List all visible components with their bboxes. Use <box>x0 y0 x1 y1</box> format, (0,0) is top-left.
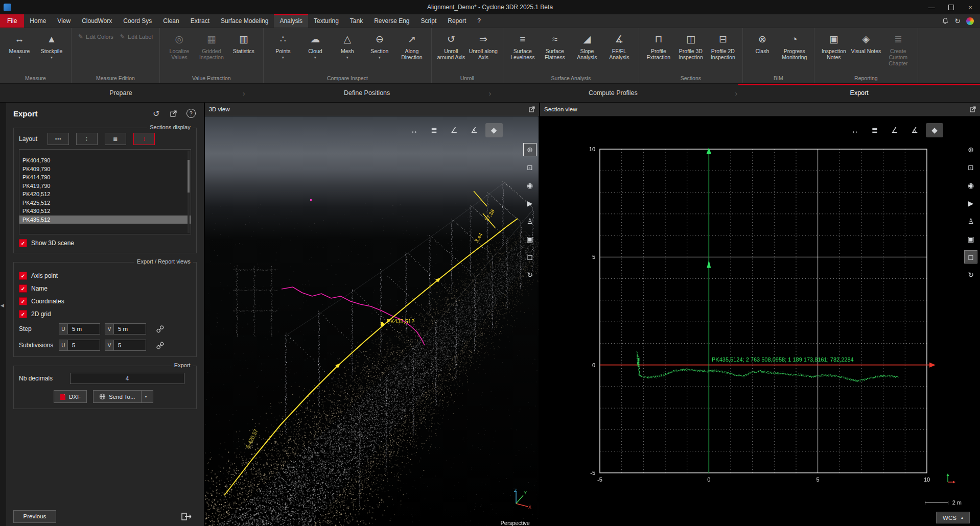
section-plot-canvas[interactable] <box>540 116 980 526</box>
cube-view-icon[interactable]: ▣ <box>523 232 536 246</box>
ribbon-inspection-notes-button[interactable]: ▣Inspection Notes <box>818 30 850 70</box>
menu-surface-modeling[interactable]: Surface Modeling <box>215 14 274 28</box>
step-u-field[interactable]: 5 m <box>67 323 100 334</box>
show-3d-scene-checkbox[interactable]: ✓Show 3D scene <box>19 239 191 247</box>
wcs-selector[interactable]: WCS ▴ <box>936 512 970 523</box>
ribbon-points-button[interactable]: ∴Points▾ <box>267 30 299 70</box>
popout-panel-button[interactable] <box>970 106 976 112</box>
pan-icon[interactable]: ⊕ <box>523 143 536 156</box>
ribbon-clash-button[interactable]: ⊗Clash <box>746 30 778 70</box>
menu-home[interactable]: Home <box>24 14 52 28</box>
section-list-item[interactable]: PK425,512 <box>19 199 191 207</box>
measure-slope-icon[interactable]: ∡ <box>906 123 923 137</box>
cube-view-icon[interactable]: ▣ <box>964 232 977 246</box>
reset-icon[interactable]: ↺ <box>151 108 162 119</box>
pan-icon[interactable]: ⊕ <box>964 143 977 156</box>
fly-icon[interactable]: ▶ <box>964 197 977 210</box>
section-list-item[interactable]: PK404,790 <box>19 156 191 165</box>
ribbon-edit-colors-button[interactable]: ✎Edit Colors <box>75 31 116 43</box>
ribbon-mesh-button[interactable]: △Mesh▾ <box>332 30 363 70</box>
workflow-step-compute-profiles[interactable]: Compute Profiles <box>493 84 734 102</box>
ribbon-cloud-button[interactable]: ☁Cloud▾ <box>299 30 331 70</box>
measure-angle-icon[interactable]: ∠ <box>886 123 903 137</box>
help-icon[interactable]: ? <box>185 108 197 119</box>
sync-icon[interactable]: ↻ <box>954 17 961 25</box>
minimize-button[interactable]: — <box>922 0 941 14</box>
menu-script[interactable]: Script <box>415 14 442 28</box>
point-cloud-canvas[interactable] <box>205 116 539 526</box>
measure-distance-icon[interactable]: ↔ <box>846 123 864 137</box>
label-tag-icon[interactable]: ◆ <box>485 123 503 137</box>
ribbon-profile-2d-inspection-button[interactable]: ⊟Profile 2D Inspection <box>707 30 739 70</box>
section-list-item[interactable]: PK414,790 <box>19 173 191 182</box>
measure-slope-icon[interactable]: ∡ <box>465 123 483 137</box>
link-uv-button[interactable] <box>155 340 166 351</box>
send-to-button[interactable]: Send To... ▾ <box>93 390 153 403</box>
section-list-item[interactable]: PK420,512 <box>19 190 191 199</box>
layout-dots-vertical-button[interactable]: ⋮ <box>76 133 98 145</box>
send-to-dropdown[interactable]: ▾ <box>141 391 147 402</box>
ribbon-progress-monitoring-button[interactable]: ◔Progress Monitoring <box>779 30 810 70</box>
checkbox-2d-grid[interactable]: ✓2D grid <box>19 310 191 318</box>
sections-list[interactable]: PK404,790PK409,790PK414,790PK419,790PK42… <box>19 149 191 234</box>
notifications-icon[interactable] <box>942 17 949 25</box>
app-icon[interactable] <box>4 4 11 11</box>
export-exit-button[interactable] <box>176 510 197 523</box>
ribbon-ff-fl-analysis-button[interactable]: ∡FF/FL Analysis <box>603 30 635 70</box>
orbit-icon[interactable]: ◉ <box>523 179 536 192</box>
zoom-target-icon[interactable]: ⊡ <box>964 161 977 174</box>
menu-coord-sys[interactable]: Coord Sys <box>118 14 157 28</box>
scrollbar-thumb[interactable] <box>188 160 190 193</box>
ribbon-unroll-around-axis-button[interactable]: ↺Unroll around Axis <box>435 30 467 70</box>
section-viewport[interactable]: ↔≣∠∡◆ ⊕⊡◉▶♙▣◻↻ PK435,5124; 2 763 508,095… <box>540 116 980 526</box>
layout-report-button[interactable]: ↕ <box>133 133 155 145</box>
measure-ruler-icon[interactable]: ≣ <box>426 123 443 137</box>
ribbon-along-direction-button[interactable]: ↗Along Direction <box>396 30 428 70</box>
measure-angle-icon[interactable]: ∠ <box>446 123 463 137</box>
fly-icon[interactable]: ▶ <box>523 197 536 210</box>
rotate-view-icon[interactable]: ↻ <box>523 268 536 281</box>
ribbon-section-button[interactable]: ⊖Section▾ <box>364 30 395 70</box>
measure-distance-icon[interactable]: ↔ <box>406 123 423 137</box>
checkbox-axis-point[interactable]: ✓Axis point <box>19 272 191 280</box>
previous-button[interactable]: Previous <box>13 510 56 523</box>
walk-icon[interactable]: ♙ <box>964 214 977 228</box>
ribbon-visual-notes-button[interactable]: ◈Visual Notes <box>850 30 882 70</box>
zoom-target-icon[interactable]: ⊡ <box>523 161 536 174</box>
subdiv-u-field[interactable]: 5 <box>67 340 100 351</box>
section-list-item[interactable]: PK430,512 <box>19 207 191 216</box>
menu-cloudworx[interactable]: CloudWorx <box>76 14 118 28</box>
menu-texturing[interactable]: Texturing <box>308 14 344 28</box>
workflow-step-export[interactable]: Export <box>738 84 980 102</box>
walk-icon[interactable]: ♙ <box>523 214 536 228</box>
ribbon-slope-analysis-button[interactable]: ◢Slope Analysis <box>571 30 603 70</box>
menu-file[interactable]: File <box>0 14 24 28</box>
layout-grid-button[interactable]: ▦ <box>105 133 126 145</box>
section-list-item[interactable]: PK409,790 <box>19 165 191 174</box>
ribbon-stockpile-button[interactable]: ▲Stockpile▾ <box>36 30 67 70</box>
step-v-field[interactable]: 5 m <box>113 323 146 334</box>
projection-mode-label[interactable]: Perspective <box>501 520 530 526</box>
popout-panel-button[interactable] <box>529 106 535 112</box>
checkbox-name[interactable]: ✓Name <box>19 284 191 293</box>
workflow-step-prepare[interactable]: Prepare <box>0 84 242 102</box>
menu-extract[interactable]: Extract <box>185 14 215 28</box>
checkbox-coordinates[interactable]: ✓Coordinates <box>19 297 191 305</box>
ribbon-measure-button[interactable]: ↔Measure▾ <box>4 30 35 70</box>
menu-view[interactable]: View <box>52 14 76 28</box>
ribbon-statistics-button[interactable]: ▥Statistics <box>228 30 260 70</box>
ribbon-surface-flatness-button[interactable]: ≈Surface Flatness <box>539 30 571 70</box>
menu-clean[interactable]: Clean <box>157 14 184 28</box>
workflow-step-define-positions[interactable]: Define Positions <box>246 84 488 102</box>
view-plane-icon[interactable]: ◻ <box>964 250 977 264</box>
menu-analysis[interactable]: Analysis <box>274 14 308 28</box>
ribbon-localize-values-button[interactable]: ◎Localize Values <box>164 30 195 70</box>
section-list-item[interactable]: PK435,512 <box>19 216 191 224</box>
maximize-button[interactable] <box>941 0 961 14</box>
ribbon-gridded-inspection-button[interactable]: ▦Gridded Inspection <box>196 30 227 70</box>
menu-item[interactable]: ? <box>472 14 486 28</box>
menu-report[interactable]: Report <box>442 14 472 28</box>
label-tag-icon[interactable]: ◆ <box>926 123 943 137</box>
section-list-item[interactable]: PK419,790 <box>19 182 191 190</box>
dxf-export-button[interactable]: DXF <box>54 390 87 403</box>
